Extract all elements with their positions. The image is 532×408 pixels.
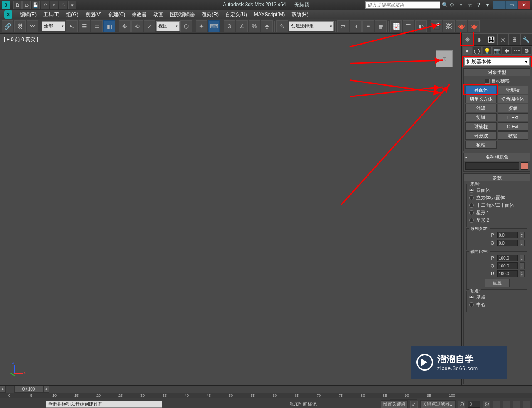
keyboard-shortcut-icon[interactable]: ⌨ — [208, 20, 220, 32]
menu-group[interactable]: 组(G) — [63, 10, 81, 19]
cat-helpers-icon[interactable]: ✚ — [502, 47, 511, 55]
obj-btn-环形波[interactable]: 环形波 — [466, 131, 497, 140]
time-slider[interactable]: < 0 / 100 > — [0, 386, 532, 393]
scale-icon[interactable]: ⤢ — [144, 20, 155, 32]
family-radio[interactable] — [469, 203, 474, 208]
time-slider-handle[interactable]: 0 / 100 — [14, 386, 43, 393]
undo-dd-icon[interactable]: ▾ — [50, 1, 58, 9]
help-icon[interactable]: ? — [477, 2, 485, 8]
rollout-header[interactable]: -对象类型 — [464, 69, 530, 76]
viewport-label[interactable]: [ + 0 前 0 真实 ] — [4, 36, 38, 43]
menu-modifiers[interactable]: 修改器 — [128, 10, 150, 19]
save-icon[interactable]: 💾 — [32, 1, 40, 9]
search-icon[interactable]: 🔍 — [442, 2, 448, 8]
ar-r-spinner[interactable]: 100.0 — [497, 270, 518, 277]
graphite-icon[interactable]: ▦ — [375, 20, 387, 32]
manipulate-icon[interactable]: ✦ — [196, 20, 207, 32]
new-icon[interactable]: 🗋 — [13, 1, 22, 9]
mirror-icon[interactable]: ⇄ — [337, 20, 349, 32]
fp-q-spinner[interactable]: 0.0 — [497, 240, 518, 246]
search-input[interactable] — [365, 1, 440, 9]
exchange-icon[interactable]: ✦ — [459, 2, 466, 8]
spinner-arrows[interactable] — [520, 240, 525, 246]
spinner-arrows[interactable] — [520, 255, 525, 261]
family-radio[interactable] — [469, 195, 474, 200]
time-goto-icon[interactable]: ⏲ — [458, 401, 466, 408]
link-icon[interactable]: 🔗 — [2, 20, 13, 32]
rollout-header[interactable]: -名称和颜色 — [464, 153, 530, 161]
obj-btn-L-Ext[interactable]: L-Ext — [498, 113, 529, 121]
viewport[interactable]: [ + 0 前 0 真实 ] 前 z x — [0, 33, 461, 385]
snap-3-icon[interactable]: 3 — [224, 20, 235, 32]
cat-spacewarps-icon[interactable]: 〰 — [512, 47, 521, 55]
close-button[interactable]: ✕ — [518, 1, 530, 9]
open-icon[interactable]: 🗁 — [22, 1, 31, 9]
refcoord-dropdown[interactable]: 视图 — [156, 21, 180, 31]
family-radio[interactable] — [469, 210, 474, 215]
tab-display[interactable]: 🖥 — [509, 33, 520, 45]
help-dd-icon[interactable]: ▾ — [486, 2, 491, 8]
obj-btn-C-Ext[interactable]: C-Ext — [498, 122, 529, 131]
spinner-arrows[interactable] — [520, 270, 525, 277]
curve-editor-icon[interactable]: 📈 — [390, 20, 402, 32]
cat-lights-icon[interactable]: 💡 — [483, 47, 492, 55]
nav-3-icon[interactable]: ◲ — [513, 401, 520, 408]
obj-btn-软管[interactable]: 软管 — [498, 131, 529, 140]
ar-p-spinner[interactable]: 100.0 — [497, 255, 518, 261]
cat-geometry-icon[interactable]: ● — [463, 47, 472, 55]
nav-2-icon[interactable]: ◱ — [503, 401, 510, 408]
spinner-arrows[interactable] — [520, 232, 525, 238]
redo-dd-icon[interactable]: ▾ — [68, 1, 76, 9]
move-icon[interactable]: ✥ — [119, 20, 131, 32]
menu-tools[interactable]: 工具(T) — [40, 10, 63, 19]
redo-icon[interactable]: ↷ — [59, 1, 67, 9]
favorite-icon[interactable]: ☆ — [468, 2, 475, 8]
keymode-icon[interactable]: ✓ — [410, 401, 418, 408]
snap-percent-icon[interactable]: % — [249, 20, 260, 32]
ar-q-spinner[interactable]: 100.0 — [497, 262, 518, 269]
menu-maxscript[interactable]: MAXScript(M) — [251, 10, 288, 19]
time-config-icon[interactable]: ⚙ — [483, 401, 490, 408]
nav-4-icon[interactable]: ◳ — [523, 401, 530, 408]
family-radio[interactable] — [469, 218, 474, 223]
current-frame[interactable]: 0 — [468, 401, 480, 408]
cat-cameras-icon[interactable]: 📷 — [493, 47, 502, 55]
editnamed-icon[interactable]: ✎ — [276, 20, 288, 32]
nav-1-icon[interactable]: ◰ — [493, 401, 500, 408]
menu-rendering[interactable]: 渲染(R) — [198, 10, 222, 19]
setkey-button[interactable]: 设置关键点 — [381, 400, 408, 408]
tab-utilities[interactable]: 🔧 — [520, 33, 532, 45]
obj-btn-油罐[interactable]: 油罐 — [466, 104, 497, 112]
layers-icon[interactable]: ≡ — [362, 20, 374, 32]
obj-btn-纺锤[interactable]: 纺锤 — [466, 113, 497, 121]
maximize-button[interactable]: ▭ — [505, 1, 518, 9]
reset-button[interactable]: 重置 — [485, 279, 510, 287]
pivot-icon[interactable]: ⬡ — [180, 20, 192, 32]
bind-spacewarp-icon[interactable]: 〰 — [27, 20, 38, 32]
timeline-ruler[interactable]: 0510152025303540455055606570758085909510… — [0, 393, 532, 399]
window-crossing-icon[interactable]: ◧ — [103, 20, 115, 32]
render-iter-icon[interactable]: 🫖 — [468, 20, 480, 32]
obj-btn-环形结[interactable]: 环形结 — [498, 86, 529, 94]
vertex-radio[interactable] — [469, 295, 474, 299]
snap-spinner-icon[interactable]: ⬘ — [261, 20, 273, 32]
app-menu-icon[interactable]: 3 — [4, 10, 12, 19]
align-icon[interactable]: ⫞ — [350, 20, 362, 32]
autogrid-checkbox[interactable] — [485, 79, 490, 84]
object-color-swatch[interactable] — [521, 162, 528, 170]
object-name-input[interactable] — [466, 162, 519, 170]
render-frame-icon[interactable]: 🖼 — [443, 20, 455, 32]
render-prod-icon[interactable]: 🫖 — [456, 20, 467, 32]
tab-modify[interactable]: ◗ — [473, 33, 485, 45]
undo-icon[interactable]: ↶ — [41, 1, 49, 9]
named-selset-dropdown[interactable]: 创建选择集 — [289, 21, 334, 31]
cat-systems-icon[interactable]: ⚙ — [522, 47, 531, 55]
category-dropdown[interactable]: 扩展基本体 — [464, 57, 530, 66]
menu-customize[interactable]: 自定义(U) — [222, 10, 251, 19]
key-filters-button[interactable]: 关键点过滤器... — [420, 400, 456, 408]
spinner-arrows[interactable] — [520, 262, 525, 269]
vertex-radio[interactable] — [469, 302, 474, 307]
menu-views[interactable]: 视图(V) — [82, 10, 105, 19]
menu-help[interactable]: 帮助(H) — [288, 10, 312, 19]
prev-frame-icon[interactable]: < — [0, 386, 6, 393]
